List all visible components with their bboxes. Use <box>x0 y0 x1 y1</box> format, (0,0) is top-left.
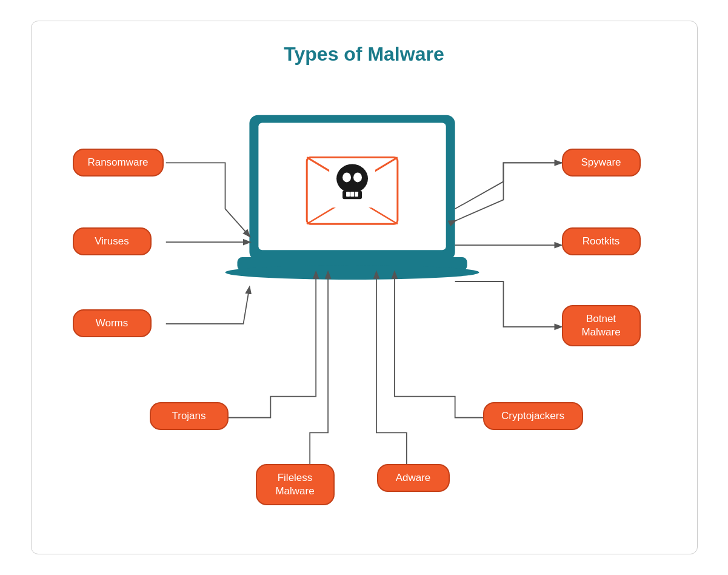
page-title: Types of Malware <box>32 21 697 66</box>
pill-cryptojackers: Cryptojackers <box>483 402 583 430</box>
svg-line-5 <box>307 197 352 224</box>
svg-rect-4 <box>307 157 398 224</box>
svg-rect-2 <box>237 257 467 271</box>
svg-rect-9 <box>342 190 362 199</box>
pill-worms: Worms <box>73 309 152 337</box>
pill-rootkits: Rootkits <box>562 227 641 255</box>
svg-rect-0 <box>249 115 455 260</box>
svg-rect-1 <box>258 123 446 251</box>
svg-line-6 <box>352 197 398 224</box>
pill-viruses: Viruses <box>73 227 152 255</box>
svg-rect-12 <box>355 192 358 197</box>
svg-point-8 <box>336 164 368 193</box>
pill-botnet: BotnetMalware <box>562 305 641 346</box>
pill-adware: Adware <box>377 464 450 492</box>
pill-fileless: FilelessMalware <box>256 464 335 505</box>
pill-trojans: Trojans <box>150 402 229 430</box>
svg-rect-11 <box>350 192 354 197</box>
svg-rect-7 <box>329 161 375 207</box>
svg-point-13 <box>342 172 351 182</box>
pill-spyware: Spyware <box>562 149 641 177</box>
svg-point-14 <box>353 172 362 182</box>
svg-marker-15 <box>350 182 355 187</box>
diagram-container: Types of Malware <box>31 21 698 554</box>
svg-rect-10 <box>346 192 350 197</box>
svg-point-3 <box>225 265 479 280</box>
pill-ransomware: Ransomware <box>73 149 164 177</box>
